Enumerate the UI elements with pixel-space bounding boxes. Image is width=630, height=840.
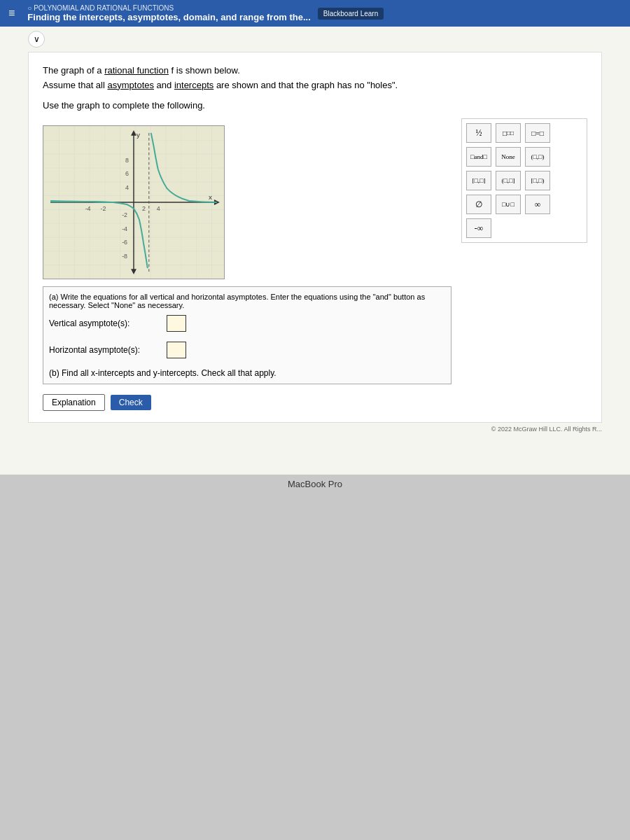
svg-text:2: 2 (142, 205, 146, 212)
closed-interval-button[interactable]: [□,□] (466, 171, 491, 190)
macbook-area: MacBook Pro ← → ↺ 🔍 Search FireShield ☆ … (0, 475, 630, 840)
union-button[interactable]: □∪□ (496, 195, 521, 214)
svg-text:4: 4 (157, 205, 160, 212)
header-subtitle: ○ POLYNOMIAL AND RATIONAL FUNCTIONS (27, 4, 311, 12)
question-a-box: (a) Write the equations for all vertical… (43, 286, 451, 384)
toolbar-row-1: ½ □□□ □=□ (466, 123, 582, 143)
svg-text:6: 6 (125, 171, 129, 178)
math-toolbar: ½ □□□ □=□ □and□ None (□,□) [□,□] (□,□] [… (461, 118, 587, 243)
browser-header: ≡ ○ POLYNOMIAL AND RATIONAL FUNCTIONS Fi… (0, 0, 630, 27)
problem-line1b: f is shown below. (169, 65, 240, 76)
neg-infinity-button[interactable]: -∞ (466, 218, 491, 238)
questions-left: x y 8 6 4 -2 -4 -6 -8 2 4 -2 (43, 118, 451, 411)
equals-button[interactable]: □=□ (525, 123, 550, 143)
main-content-box: The graph of a rational function f is sh… (28, 52, 602, 423)
vertical-label: Vertical asymptote(s): (49, 318, 161, 328)
svg-text:y: y (136, 131, 140, 139)
problem-line2-pre: Assume that all (43, 80, 108, 90)
toolbar-row-3: [□,□] (□,□] [□,□) (466, 171, 582, 190)
problem-line2-post: are shown and that the graph has no "hol… (214, 80, 398, 90)
explanation-button[interactable]: Explanation (43, 394, 105, 411)
vertical-asymptote-row: Vertical asymptote(s): (49, 315, 445, 332)
graph-svg: x y 8 6 4 -2 -4 -6 -8 2 4 -2 (43, 126, 224, 279)
chevron-button[interactable]: ∨ (28, 31, 45, 48)
vertical-asymptote-input[interactable] (167, 315, 186, 332)
open-interval-button[interactable]: (□,□) (525, 147, 550, 167)
mixed-number-button[interactable]: □□□ (496, 123, 521, 143)
svg-text:x: x (209, 193, 212, 201)
svg-text:-4: -4 (85, 205, 91, 212)
hamburger-icon[interactable]: ≡ (8, 7, 15, 20)
svg-text:-2: -2 (122, 211, 127, 218)
svg-text:4: 4 (125, 185, 129, 192)
action-buttons: Explanation Check (43, 394, 451, 411)
problem-line2-mid: and (154, 80, 174, 90)
copyright-text: © 2022 McGraw Hill LLC. All Rights R... (0, 423, 630, 435)
and-button[interactable]: □and□ (466, 147, 491, 167)
graph-container: x y 8 6 4 -2 -4 -6 -8 2 4 -2 (43, 125, 225, 279)
asymptotes-link[interactable]: asymptotes (108, 80, 154, 90)
infinity-button[interactable]: ∞ (525, 195, 550, 214)
none-button[interactable]: None (496, 147, 521, 167)
horizontal-asymptote-row: Horizontal asymptote(s): (49, 342, 445, 358)
question-b-text: (b) Find all x-intercepts and y-intercep… (49, 368, 445, 378)
toolbar-row-2: □and□ None (□,□) (466, 147, 582, 167)
content-area: ∨ The graph of a rational function f is … (0, 27, 630, 475)
svg-text:8: 8 (125, 157, 129, 164)
blackboard-badge: Blackboard Learn (318, 8, 384, 20)
svg-text:-2: -2 (100, 205, 106, 212)
problem-statement: The graph of a rational function f is sh… (43, 64, 587, 93)
question-a-text: (a) Write the equations for all vertical… (49, 293, 445, 309)
intercepts-link[interactable]: intercepts (174, 80, 214, 90)
svg-text:-4: -4 (122, 225, 127, 232)
empty-set-button[interactable]: ∅ (466, 195, 491, 214)
half-open-left-button[interactable]: [□,□) (525, 171, 550, 190)
horizontal-asymptote-input[interactable] (167, 342, 186, 358)
half-open-right-button[interactable]: (□,□] (496, 171, 521, 190)
toolbar-row-4: ∅ □∪□ ∞ (466, 195, 582, 214)
header-title: Finding the intercepts, asymptotes, doma… (27, 12, 311, 22)
rational-function-link[interactable]: rational function (104, 65, 169, 76)
horizontal-label: Horizontal asymptote(s): (49, 345, 161, 355)
fraction-button[interactable]: ½ (466, 123, 491, 143)
macbook-label: MacBook Pro (0, 475, 630, 489)
svg-text:-8: -8 (122, 253, 127, 260)
problem-line3: Use the graph to complete the following. (43, 99, 587, 113)
problem-line1: The graph of a (43, 65, 104, 76)
toolbar-row-5: -∞ (466, 218, 582, 238)
check-button[interactable]: Check (111, 395, 151, 410)
svg-text:-6: -6 (122, 239, 127, 246)
header-text: ○ POLYNOMIAL AND RATIONAL FUNCTIONS Find… (27, 4, 311, 22)
